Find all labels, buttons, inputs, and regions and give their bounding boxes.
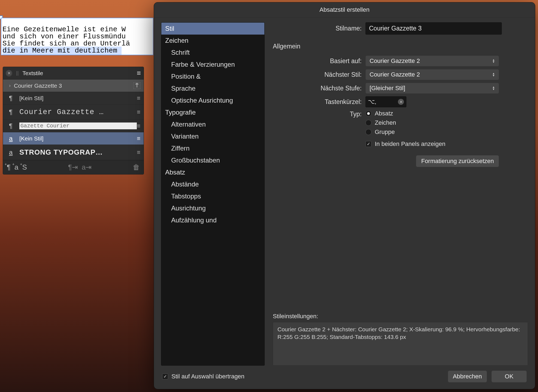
- dialog-footer: ✓ Stil auf Auswahl übertragen Abbrechen …: [154, 366, 535, 389]
- radio-icon: [365, 129, 371, 135]
- new-group-button[interactable]: +S: [22, 163, 27, 171]
- text-styles-panel: ✕ || Textstile ≡ › Courier Gazzette 3 T̄…: [3, 67, 144, 174]
- radio-icon: [365, 111, 371, 117]
- naechster-stil-select[interactable]: Courier Gazzette 2 ▲▼: [365, 69, 499, 80]
- naechste-stufe-select[interactable]: [Gleicher Stil] ▲▼: [365, 83, 499, 94]
- panel-drag-handle-icon[interactable]: ||: [16, 70, 19, 76]
- row-menu-icon[interactable]: ≡: [137, 135, 140, 142]
- new-character-style-button[interactable]: +a: [14, 163, 18, 171]
- sidebar-item-varianten[interactable]: Varianten: [161, 130, 264, 142]
- sidebar-item-alternativen[interactable]: Alternativen: [161, 118, 264, 130]
- sidebar-item-typografie[interactable]: Typografie: [161, 106, 264, 118]
- basiert-auf-select[interactable]: Courier Gazzette 2 ▲▼: [365, 56, 499, 66]
- current-style-row[interactable]: › Courier Gazzette 3 T̄: [3, 79, 144, 92]
- sidebar-item-ausrichtung[interactable]: Ausrichtung: [161, 202, 264, 214]
- typ-radio-absatz[interactable]: Absatz: [365, 110, 396, 117]
- stileinstellungen-text: Courier Gazzette 2 + Nächster: Courier G…: [273, 322, 528, 366]
- chevron-right-icon: ›: [9, 83, 11, 88]
- section-allgemein: Allgemein: [273, 43, 528, 50]
- dialog-content: Stilname: Allgemein Basiert auf: Courier…: [273, 22, 528, 366]
- typ-radio-zeichen[interactable]: Zeichen: [365, 119, 396, 126]
- paragraph-icon: ¶: [9, 108, 17, 116]
- clear-shortcut-icon[interactable]: ✕: [398, 99, 404, 105]
- update-paragraph-icon[interactable]: ¶⇥: [68, 163, 78, 171]
- new-paragraph-style-button[interactable]: +¶: [7, 163, 11, 171]
- radio-label: Zeichen: [375, 119, 396, 126]
- checkbox-icon: ✓: [365, 141, 371, 147]
- sidebar-item-schrift[interactable]: Schrift: [161, 47, 264, 59]
- panel-title: Textstile: [22, 70, 43, 76]
- style-label: STRONG TYPOGRAP…: [19, 148, 137, 157]
- checkbox-icon: ✓: [162, 373, 168, 379]
- select-arrows-icon: ▲▼: [492, 86, 495, 90]
- sidebar-item-gross[interactable]: Großbuchstaben: [161, 154, 264, 166]
- tastenkuerzel-label: Tastenkürzel:: [273, 98, 365, 106]
- sidebar-item-abstaende[interactable]: Abstände: [161, 178, 264, 190]
- row-menu-icon[interactable]: ≡: [137, 149, 140, 156]
- style-label-editing[interactable]: Gazette Courier: [19, 122, 137, 129]
- stilname-label: Stilname:: [273, 25, 365, 32]
- dialog-title: Absatzstil erstellen: [154, 2, 535, 17]
- current-style-label: Courier Gazzette 3: [14, 82, 134, 89]
- style-row-editing[interactable]: ¶ Gazette Courier ≡: [3, 120, 144, 132]
- style-row-char-no-style[interactable]: a [Kein Stil] ≡: [3, 132, 144, 145]
- sidebar-item-farbe[interactable]: Farbe & Verzierungen: [161, 59, 264, 71]
- panel-close-icon[interactable]: ✕: [6, 70, 12, 76]
- ok-button[interactable]: OK: [491, 370, 527, 382]
- tastenkuerzel-input[interactable]: ⌥, ✕: [365, 96, 406, 107]
- create-style-icon[interactable]: T̄: [134, 82, 140, 89]
- shortcut-value: ⌥,: [368, 98, 376, 105]
- character-style-icon: a: [9, 135, 17, 142]
- checkbox-label: Stil auf Auswahl übertragen: [171, 373, 244, 380]
- select-value: Courier Gazzette 2: [370, 57, 420, 65]
- dialog-sidebar[interactable]: Stil Zeichen Schrift Farbe & Verzierunge…: [161, 22, 265, 366]
- typ-label: Typ:: [273, 110, 365, 118]
- sidebar-item-aufzaehlung[interactable]: Aufzählung und: [161, 214, 264, 226]
- character-style-icon: a: [9, 149, 17, 156]
- stilname-input[interactable]: [365, 22, 502, 35]
- beiden-panels-checkbox[interactable]: ✓ In beiden Panels anzeigen: [365, 140, 445, 148]
- naechste-stufe-label: Nächste Stufe:: [273, 85, 365, 92]
- select-arrows-icon: ▲▼: [492, 59, 495, 63]
- style-row-strong[interactable]: a STRONG TYPOGRAP… ≡: [3, 145, 144, 160]
- radio-label: Gruppe: [375, 128, 395, 136]
- radio-icon: [365, 120, 371, 126]
- panel-footer: +¶ +a +S ¶⇥ a⇥ 🗑: [3, 160, 144, 174]
- sidebar-item-position[interactable]: Position &: [161, 71, 264, 82]
- typ-radio-gruppe[interactable]: Gruppe: [365, 128, 396, 136]
- select-arrows-icon: ▲▼: [492, 72, 495, 77]
- sidebar-item-stil[interactable]: Stil: [161, 23, 264, 35]
- checkbox-label: In beiden Panels anzeigen: [375, 140, 445, 148]
- style-label: Courier Gazzette …: [19, 108, 137, 116]
- row-menu-icon[interactable]: ≡: [137, 95, 140, 102]
- reset-formatting-button[interactable]: Formatierung zurücksetzen: [416, 155, 499, 167]
- doc-line-highlighted: die in Meere mit deutlichem: [2, 47, 122, 55]
- select-value: Courier Gazzette 2: [370, 71, 420, 78]
- sidebar-item-zeichen[interactable]: Zeichen: [161, 35, 264, 47]
- style-label: [Kein Stil]: [19, 95, 137, 102]
- paragraph-icon: ¶: [9, 122, 17, 130]
- document-text-frame[interactable]: Eine Gezeitenwelle ist eine W und sich v…: [1, 18, 153, 55]
- panel-header: ✕ || Textstile ≡: [3, 67, 144, 79]
- sidebar-item-ziffern[interactable]: Ziffern: [161, 142, 264, 154]
- radio-label: Absatz: [375, 110, 393, 117]
- style-row-courier[interactable]: ¶ Courier Gazzette … ≡: [3, 105, 144, 120]
- row-menu-icon[interactable]: ≡: [137, 122, 140, 130]
- sidebar-item-optische[interactable]: Optische Ausrichtung: [161, 94, 264, 106]
- cancel-button[interactable]: Abbrechen: [448, 370, 487, 382]
- sidebar-item-tabstopps[interactable]: Tabstopps: [161, 190, 264, 202]
- sidebar-item-absatz[interactable]: Absatz: [161, 166, 264, 178]
- style-row-no-style[interactable]: ¶ [Kein Stil] ≡: [3, 92, 144, 105]
- naechster-stil-label: Nächster Stil:: [273, 71, 365, 78]
- create-paragraph-style-dialog: Absatzstil erstellen Stil Zeichen Schrif…: [154, 2, 535, 389]
- paragraph-icon: ¶: [9, 94, 17, 102]
- panel-menu-icon[interactable]: ≡: [137, 69, 141, 77]
- apply-to-selection-checkbox[interactable]: ✓ Stil auf Auswahl übertragen: [162, 373, 244, 380]
- sidebar-item-sprache[interactable]: Sprache: [161, 82, 264, 94]
- stileinstellungen-label: Stileinstellungen:: [273, 313, 528, 320]
- style-label: [Kein Stil]: [19, 135, 137, 142]
- row-menu-icon[interactable]: ≡: [137, 109, 140, 116]
- delete-style-icon[interactable]: 🗑: [133, 163, 140, 171]
- update-character-icon[interactable]: a⇥: [82, 163, 92, 171]
- select-value: [Gleicher Stil]: [370, 85, 405, 92]
